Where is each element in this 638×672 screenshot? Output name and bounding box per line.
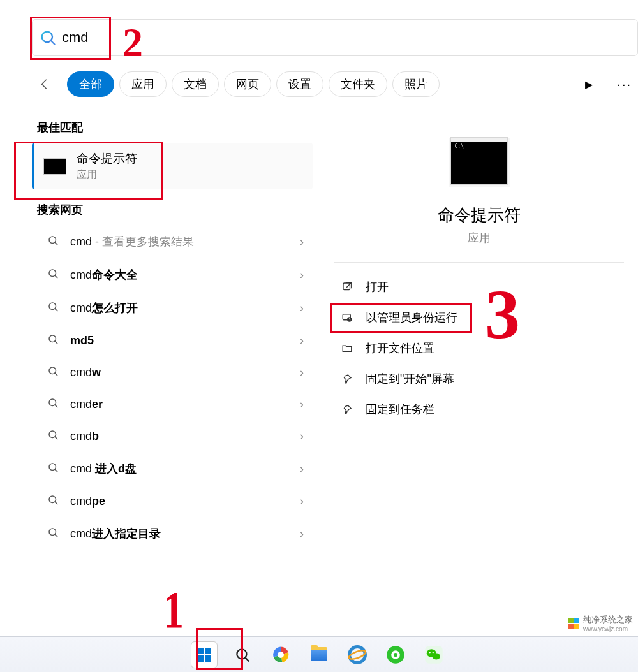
pin-icon <box>340 373 354 384</box>
web-result-item[interactable]: cmd进入指定目录› <box>34 517 313 550</box>
web-result-item[interactable]: cmder› <box>34 388 313 420</box>
best-match-title: 命令提示符 <box>77 150 137 167</box>
web-result-text: cmd进入指定目录 <box>70 526 300 541</box>
preview-subtitle: 应用 <box>320 230 638 245</box>
action-open[interactable]: 打开 <box>334 272 638 302</box>
cmd-thumb-icon <box>43 158 66 175</box>
action-label: 打开 <box>366 279 389 295</box>
tab-photos[interactable]: 照片 <box>392 71 440 97</box>
taskbar-ie-icon[interactable] <box>344 641 371 668</box>
svg-line-7 <box>55 309 57 310</box>
svg-rect-22 <box>343 283 350 290</box>
action-label: 固定到任务栏 <box>366 402 434 417</box>
web-result-text: cmdpe <box>70 495 300 508</box>
svg-point-38 <box>433 652 434 653</box>
search-icon <box>47 429 60 443</box>
web-result-text: md5 <box>70 334 300 347</box>
web-result-item[interactable]: cmd命令大全› <box>34 258 313 291</box>
search-icon <box>47 462 60 476</box>
search-icon <box>47 268 60 282</box>
chevron-right-icon: › <box>300 462 304 476</box>
search-icon <box>47 494 60 508</box>
svg-line-21 <box>55 534 57 536</box>
search-icon <box>47 235 60 249</box>
taskbar-search-icon[interactable] <box>229 641 256 668</box>
watermark-url: www.ycwjz.com <box>583 625 633 632</box>
preview-app-icon <box>450 140 508 185</box>
watermark-title: 纯净系统之家 <box>583 615 633 624</box>
chevron-right-icon: › <box>300 527 304 541</box>
web-result-text: cmd 进入d盘 <box>70 461 300 476</box>
action-label: 固定到"开始"屏幕 <box>366 371 454 386</box>
more-icon[interactable]: ··· <box>617 77 632 92</box>
taskbar-explorer-icon[interactable] <box>306 641 332 668</box>
tab-folders[interactable]: 文件夹 <box>329 71 387 97</box>
search-icon <box>47 301 60 315</box>
taskbar-browser-icon[interactable] <box>267 641 294 668</box>
admin-icon <box>340 312 354 323</box>
filter-tabs: 全部 应用 文档 网页 设置 文件夹 照片 ▶ ··· <box>35 69 632 99</box>
action-pin[interactable]: 固定到"开始"屏幕 <box>334 363 638 394</box>
folder-icon <box>340 342 354 354</box>
pin-icon <box>340 404 354 415</box>
action-pin[interactable]: 固定到任务栏 <box>334 394 638 425</box>
chevron-right-icon: › <box>300 430 304 443</box>
web-result-item[interactable]: md5› <box>34 325 313 356</box>
web-result-item[interactable]: cmd怎么打开› <box>34 291 313 325</box>
web-result-item[interactable]: cmdb› <box>34 420 313 452</box>
action-admin[interactable]: 以管理员身份运行 <box>334 302 638 333</box>
start-button[interactable] <box>191 641 218 668</box>
svg-line-13 <box>55 405 57 407</box>
action-label: 打开文件位置 <box>366 340 434 356</box>
tab-settings[interactable]: 设置 <box>276 71 323 97</box>
tab-documents[interactable]: 文档 <box>172 71 219 97</box>
search-bar <box>32 19 638 56</box>
preview-pane: 命令提示符 应用 打开以管理员身份运行打开文件位置固定到"开始"屏幕固定到任务栏 <box>319 108 638 621</box>
taskbar-360-icon[interactable] <box>382 641 409 668</box>
tab-web[interactable]: 网页 <box>224 71 271 97</box>
svg-line-1 <box>51 41 54 44</box>
search-icon <box>39 29 57 47</box>
svg-line-9 <box>55 341 57 343</box>
web-result-text: cmd怎么打开 <box>70 300 300 316</box>
best-match-header: 最佳匹配 <box>37 120 310 135</box>
svg-line-3 <box>55 242 57 244</box>
web-results-list: cmd - 查看更多搜索结果›cmd命令大全›cmd怎么打开›md5›cmdw›… <box>34 225 313 550</box>
svg-point-37 <box>429 652 431 653</box>
open-icon <box>340 281 354 293</box>
play-icon[interactable]: ▶ <box>585 78 593 91</box>
svg-line-17 <box>55 469 57 471</box>
web-result-text: cmdb <box>70 430 300 443</box>
web-result-text: cmder <box>70 398 300 411</box>
svg-line-11 <box>55 373 57 375</box>
taskbar-wechat-icon[interactable] <box>420 641 447 668</box>
svg-line-15 <box>55 437 57 439</box>
taskbar <box>0 636 638 672</box>
web-result-text: cmd - 查看更多搜索结果 <box>70 234 300 249</box>
search-web-header: 搜索网页 <box>37 202 310 217</box>
chevron-right-icon: › <box>300 398 304 411</box>
svg-line-5 <box>55 275 57 277</box>
chevron-right-icon: › <box>300 302 304 315</box>
search-input[interactable] <box>62 29 631 46</box>
search-icon <box>47 527 60 541</box>
back-arrow-icon[interactable] <box>35 75 54 94</box>
svg-line-19 <box>55 502 57 504</box>
tab-all[interactable]: 全部 <box>67 71 114 97</box>
web-result-item[interactable]: cmdpe› <box>34 485 313 517</box>
chevron-right-icon: › <box>300 235 304 249</box>
svg-point-36 <box>433 653 441 659</box>
web-result-item[interactable]: cmdw› <box>34 356 313 388</box>
watermark-logo-icon <box>568 618 579 629</box>
watermark: 纯净系统之家 www.ycwjz.com <box>568 614 633 632</box>
results-left-column: 最佳匹配 命令提示符 应用 搜索网页 cmd - 查看更多搜索结果›cmd命令大… <box>26 108 319 621</box>
actions-list: 打开以管理员身份运行打开文件位置固定到"开始"屏幕固定到任务栏 <box>320 269 638 425</box>
search-icon <box>47 333 60 347</box>
best-match-result[interactable]: 命令提示符 应用 <box>32 143 313 189</box>
web-result-item[interactable]: cmd 进入d盘› <box>34 452 313 485</box>
tab-apps[interactable]: 应用 <box>119 71 167 97</box>
chevron-right-icon: › <box>300 366 304 379</box>
search-icon <box>47 365 60 379</box>
action-folder[interactable]: 打开文件位置 <box>334 333 638 363</box>
web-result-item[interactable]: cmd - 查看更多搜索结果› <box>34 225 313 258</box>
